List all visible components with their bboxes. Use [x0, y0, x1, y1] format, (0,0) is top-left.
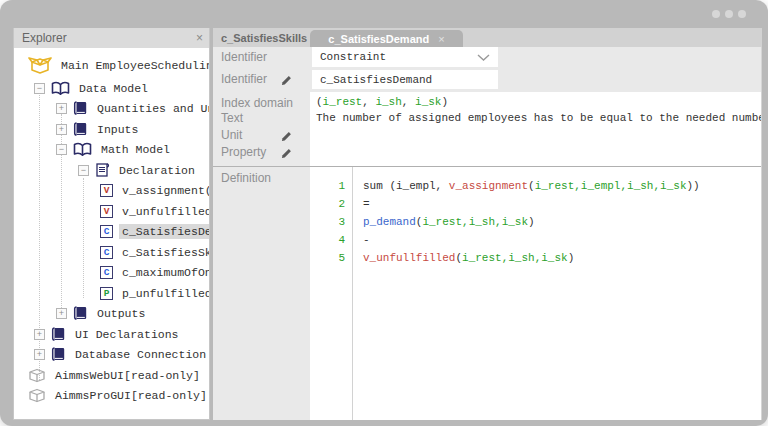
tab-c-satisfiesskills[interactable]: c_SatisfiesSkills	[213, 28, 310, 47]
code-line: p_demand(i_rest,i_sh,i_sk)	[363, 213, 761, 231]
tree-item-p-unfulfilledwe[interactable]: Pp_unfulfilledWe	[14, 283, 209, 304]
code-segment: i_sk	[415, 96, 441, 108]
attribute-value-column: Constraint c_SatisfiesDemand (i_rest, i_…	[310, 47, 762, 420]
explorer-close-icon[interactable]: ×	[196, 31, 203, 45]
tree-item-label: Database Connection	[72, 347, 209, 362]
identifier-value: c_SatisfiesDemand	[320, 74, 432, 86]
code-line: v_unfullfilled(i_rest,i_sh,i_sk)	[363, 249, 761, 267]
definition-code: sum (i_empl, v_assignment(i_rest,i_empl,…	[353, 167, 761, 420]
scroll-icon	[95, 162, 110, 178]
code-segment: (	[316, 96, 323, 108]
edit-unit-pencil-icon[interactable]	[281, 128, 292, 146]
open-book-icon	[51, 81, 70, 96]
window-control-dot-icon[interactable]	[738, 10, 746, 18]
code-segment: i_rest,i_sh,i_sk	[462, 252, 568, 264]
tree-item-data-model[interactable]: −Data Model	[14, 78, 209, 99]
code-segment: v_unfullfilled	[363, 252, 455, 264]
v-type-badge-icon: V	[100, 184, 113, 197]
closed-book-icon	[73, 101, 88, 116]
code-segment: )	[528, 216, 535, 228]
edit-identifier-pencil-icon[interactable]	[281, 72, 292, 90]
c-type-badge-icon: C	[100, 246, 113, 259]
property-label: Property	[221, 145, 266, 159]
tree-item-c-maximumofones[interactable]: Cc_maximumOfOneS	[14, 263, 209, 284]
tab-label: c_SatisfiesDemand	[328, 33, 429, 45]
tree-item-declaration[interactable]: −Declaration	[14, 160, 209, 181]
tree-item-c-satisfiesdema[interactable]: Cc_SatisfiesDema	[14, 222, 209, 243]
collapse-icon[interactable]: −	[78, 165, 89, 176]
tab-c-satisfiesdemand[interactable]: c_SatisfiesDemand ×	[310, 30, 463, 47]
line-number: 1	[310, 177, 345, 195]
package-icon	[28, 388, 46, 403]
tree-item-ui-declarations[interactable]: +UI Declarations	[14, 324, 209, 345]
collapse-icon[interactable]: −	[56, 144, 67, 155]
code-segment: ,	[402, 96, 415, 108]
index-domain-value[interactable]: (i_rest, i_sh, i_sk)	[316, 96, 761, 108]
text-label: Text	[221, 111, 243, 125]
identifier-fields-area: Constraint c_SatisfiesDemand	[310, 47, 761, 92]
unit-label: Unit	[221, 128, 242, 142]
identifier-input[interactable]: c_SatisfiesDemand	[312, 70, 498, 89]
tree-item-aimmsprogui-read-only[interactable]: AimmsProGUI[read-only]	[14, 386, 209, 407]
tree-item-label: c_SatisfiesDema	[119, 224, 209, 239]
window-control-dot-icon[interactable]	[712, 10, 720, 18]
expand-icon[interactable]: +	[56, 103, 67, 114]
tree-item-label: Quantities and Units	[94, 101, 209, 116]
tree-item-label: UI Declarations	[72, 327, 182, 342]
p-type-badge-icon: P	[100, 287, 113, 300]
c-type-badge-icon: C	[100, 225, 113, 238]
expand-icon[interactable]: +	[56, 308, 67, 319]
tree-item-math-model[interactable]: −Math Model	[14, 140, 209, 161]
expand-icon[interactable]: +	[34, 349, 45, 360]
expand-icon[interactable]: +	[34, 329, 45, 340]
code-segment: ))	[686, 180, 699, 192]
explorer-header: Explorer ×	[14, 28, 209, 48]
edit-property-pencil-icon[interactable]	[281, 145, 292, 163]
tree-item-v-unfulfilled-i[interactable]: Vv_unfulfilled(i	[14, 201, 209, 222]
code-segment: i_rest,i_sh,i_sk	[422, 216, 528, 228]
tree-item-aimmswebui-read-only[interactable]: AimmsWebUI[read-only]	[14, 365, 209, 386]
attribute-window: c_SatisfiesSkills c_SatisfiesDemand × Id…	[213, 28, 762, 420]
tree-item-label: Math Model	[98, 142, 173, 157]
tree-item-inputs[interactable]: +Inputs	[14, 119, 209, 140]
code-segment: i_rest,i_empl,i_sh,i_sk	[535, 180, 687, 192]
app-window: Explorer × Main EmployeeScheduling−Data …	[0, 0, 768, 426]
attribute-body: Identifier Identifier Index domain Text …	[213, 47, 762, 420]
expand-icon[interactable]: +	[56, 124, 67, 135]
explorer-title: Explorer	[22, 31, 67, 45]
code-segment: )	[568, 252, 575, 264]
tree-item-label: p_unfulfilledWe	[119, 286, 209, 301]
tree-item-quantities-and-units[interactable]: +Quantities and Units	[14, 99, 209, 120]
identifier-type-value: Constraint	[320, 51, 386, 63]
screenshot-stage: Explorer × Main EmployeeScheduling−Data …	[0, 0, 768, 426]
closed-book-icon	[51, 327, 66, 342]
line-number: 3	[310, 213, 345, 231]
collapse-icon[interactable]: −	[34, 83, 45, 94]
identifier-type-label: Identifier	[221, 50, 267, 64]
tree-item-main-employeescheduling[interactable]: Main EmployeeScheduling	[14, 52, 209, 78]
code-line: sum (i_empl, v_assignment(i_rest,i_empl,…	[363, 177, 761, 195]
tab-close-icon[interactable]: ×	[438, 33, 444, 45]
open-box-icon	[28, 54, 52, 76]
identifier-type-select[interactable]: Constraint	[312, 47, 498, 67]
tree-item-label: Main EmployeeScheduling	[58, 58, 209, 73]
tree-item-label: AimmsWebUI[read-only]	[52, 368, 203, 383]
code-segment: )	[441, 96, 448, 108]
code-line: =	[363, 195, 761, 213]
line-number: 2	[310, 195, 345, 213]
tab-bar: c_SatisfiesSkills c_SatisfiesDemand ×	[213, 28, 762, 47]
tree-item-c-satisfiesskil[interactable]: Cc_SatisfiesSkil	[14, 242, 209, 263]
window-controls[interactable]	[712, 10, 746, 18]
window-control-dot-icon[interactable]	[725, 10, 733, 18]
line-number-gutter: 12345	[310, 167, 353, 420]
tree-item-label: Inputs	[94, 122, 141, 137]
definition-label: Definition	[221, 171, 271, 185]
open-book-icon	[73, 142, 92, 157]
tree-item-v-assignment-i[interactable]: Vv_assignment(i_	[14, 181, 209, 202]
tree-item-database-connection[interactable]: +Database Connection	[14, 345, 209, 366]
tree-item-outputs[interactable]: +Outputs	[14, 304, 209, 325]
closed-book-icon	[51, 347, 66, 362]
text-value[interactable]: The number of assigned employees has to …	[316, 112, 761, 124]
definition-editor[interactable]: 12345 sum (i_empl, v_assignment(i_rest,i…	[310, 166, 761, 420]
code-segment: v_assignment	[449, 180, 528, 192]
